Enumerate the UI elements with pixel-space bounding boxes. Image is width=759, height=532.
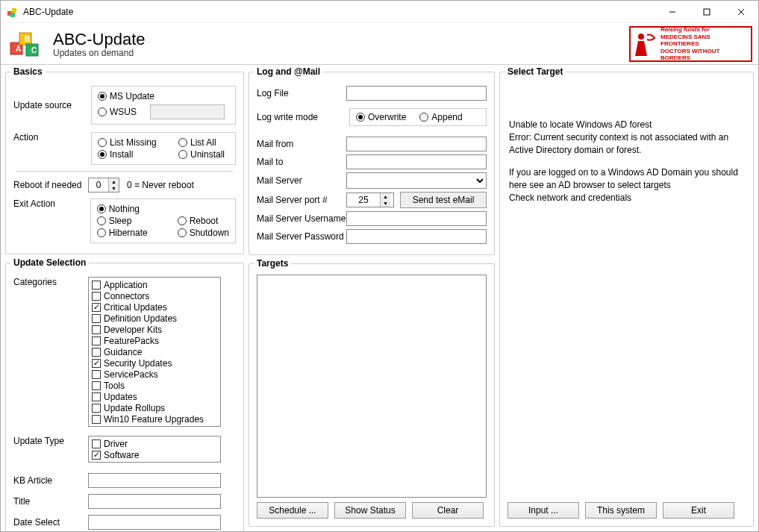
update-type-checkbox[interactable]: Software (90, 449, 219, 460)
mail-server-combo[interactable] (346, 172, 487, 189)
log-file-label: Log File (257, 88, 346, 98)
log-mail-legend: Log and @Mail (254, 66, 323, 77)
radio-ms-update[interactable]: MS Update (98, 91, 229, 101)
clear-button[interactable]: Clear (412, 502, 484, 519)
send-test-email-button[interactable]: Send test eMail (400, 192, 487, 208)
svg-rect-4 (704, 9, 710, 15)
update-type-label: Update Type (13, 436, 88, 446)
date-input[interactable] (88, 515, 221, 530)
mail-port-label: Mail Server port # (257, 195, 346, 205)
radio-sleep[interactable]: Sleep (97, 216, 164, 226)
categories-list[interactable]: ApplicationConnectorsCritical UpdatesDef… (88, 277, 221, 427)
mail-user-input[interactable] (346, 211, 487, 226)
msf-banner[interactable]: Raising funds for MEDECINS SANS FRONTIER… (629, 26, 752, 62)
svg-text:C: C (31, 46, 37, 54)
select-target-group: Select Target Unable to locate Windows A… (499, 66, 754, 527)
category-checkbox[interactable]: Definition Updates (90, 313, 219, 324)
kb-label: KB Article (13, 475, 88, 486)
targets-group: Targets Schedule ... Show Status Clear (249, 258, 495, 527)
category-checkbox[interactable]: Connectors (90, 290, 219, 301)
update-type-checkbox[interactable]: Driver (90, 438, 219, 449)
log-file-input[interactable] (346, 86, 487, 101)
log-write-mode-label: Log write mode (257, 112, 346, 122)
select-target-legend: Select Target (505, 66, 566, 77)
mail-from-input[interactable] (346, 137, 487, 151)
select-target-message: Unable to locate Windows AD forestError:… (507, 83, 746, 498)
radio-reboot[interactable]: Reboot (178, 216, 219, 226)
update-selection-group: Update Selection Categories ApplicationC… (5, 257, 244, 531)
svg-text:A: A (16, 45, 21, 53)
header: A B C ABC-Update Updates on demand Raisi… (1, 23, 758, 65)
close-button[interactable] (724, 1, 758, 23)
input-button[interactable]: Input ... (507, 502, 579, 519)
update-type-list[interactable]: DriverSoftware (88, 436, 221, 463)
header-text: ABC-Update Updates on demand (53, 30, 146, 58)
logo-icon: A B C (7, 28, 44, 60)
basics-legend: Basics (10, 66, 46, 77)
app-icon (7, 6, 19, 18)
app-name: ABC-Update (53, 30, 146, 49)
svg-text:B: B (25, 35, 30, 43)
mail-to-input[interactable] (346, 154, 487, 169)
maximize-button[interactable] (690, 1, 724, 23)
update-selection-legend: Update Selection (10, 257, 89, 268)
radio-list-missing[interactable]: List Missing (98, 137, 165, 148)
exit-action-label: Exit Action (13, 198, 87, 209)
category-checkbox[interactable]: Win10 Feature Upgrades (90, 413, 219, 425)
titlebar: ABC-Update (1, 1, 758, 23)
radio-uninstall[interactable]: Uninstall (178, 149, 225, 160)
mail-port-spinner[interactable]: ▲▼ (346, 193, 394, 207)
mail-from-label: Mail from (257, 139, 346, 149)
mail-pass-label: Mail Server Password (257, 231, 346, 242)
reboot-spinner[interactable]: ▲▼ (88, 178, 119, 193)
kb-input[interactable] (88, 473, 221, 488)
app-window: ABC-Update A B C ABC-Update Updates on d… (0, 0, 759, 532)
show-status-button[interactable]: Show Status (334, 502, 406, 519)
category-checkbox[interactable]: Tools (90, 380, 219, 391)
date-label: Date Select (13, 517, 88, 528)
mail-user-label: Mail Server Username (257, 213, 346, 224)
log-mail-group: Log and @Mail Log File Log write mode Ov… (249, 66, 495, 255)
radio-overwrite[interactable]: Overwrite (356, 112, 406, 122)
category-checkbox[interactable]: Guidance (90, 346, 219, 357)
mail-to-label: Mail to (257, 157, 346, 167)
app-subtitle: Updates on demand (53, 48, 146, 58)
schedule-button[interactable]: Schedule ... (257, 502, 328, 519)
category-checkbox[interactable]: Security Updates (90, 357, 219, 369)
radio-hibernate[interactable]: Hibernate (97, 228, 164, 238)
exit-button[interactable]: Exit (663, 502, 734, 519)
reboot-hint: 0 = Never reboot (127, 180, 194, 190)
this-system-button[interactable]: This system (585, 502, 657, 519)
basics-group: Basics Update source MS Update WSUS Acti… (5, 66, 244, 254)
category-checkbox[interactable]: ServicePacks (90, 369, 219, 380)
radio-install[interactable]: Install (98, 149, 165, 160)
wsus-server-input[interactable] (150, 104, 225, 119)
radio-shutdown[interactable]: Shutdown (178, 228, 229, 238)
radio-nothing[interactable]: Nothing (97, 204, 229, 214)
minimize-button[interactable] (655, 1, 690, 23)
mail-server-label: Mail Server (257, 175, 346, 186)
radio-append[interactable]: Append (419, 112, 462, 122)
mail-pass-input[interactable] (346, 229, 487, 244)
svg-rect-2 (10, 13, 15, 17)
radio-list-all[interactable]: List All (178, 137, 216, 148)
category-checkbox[interactable]: Updates (90, 391, 219, 402)
svg-rect-1 (12, 8, 16, 13)
title-label: Title (13, 496, 88, 507)
categories-label: Categories (13, 277, 88, 287)
svg-point-13 (638, 34, 644, 40)
category-checkbox[interactable]: Critical Updates (90, 301, 219, 313)
targets-legend: Targets (254, 258, 291, 269)
reboot-label: Reboot if needed (13, 180, 88, 190)
category-checkbox[interactable]: Developer Kits (90, 324, 219, 335)
body: Basics Update source MS Update WSUS Acti… (1, 65, 758, 531)
radio-wsus[interactable]: WSUS (98, 107, 137, 117)
window-title: ABC-Update (23, 7, 655, 17)
targets-list[interactable] (257, 275, 487, 498)
msf-logo-icon (634, 31, 658, 57)
category-checkbox[interactable]: FeaturePacks (90, 335, 219, 346)
title-input[interactable] (88, 494, 221, 509)
update-source-label: Update source (13, 100, 88, 110)
category-checkbox[interactable]: Application (90, 279, 219, 290)
category-checkbox[interactable]: Update Rollups (90, 402, 219, 413)
